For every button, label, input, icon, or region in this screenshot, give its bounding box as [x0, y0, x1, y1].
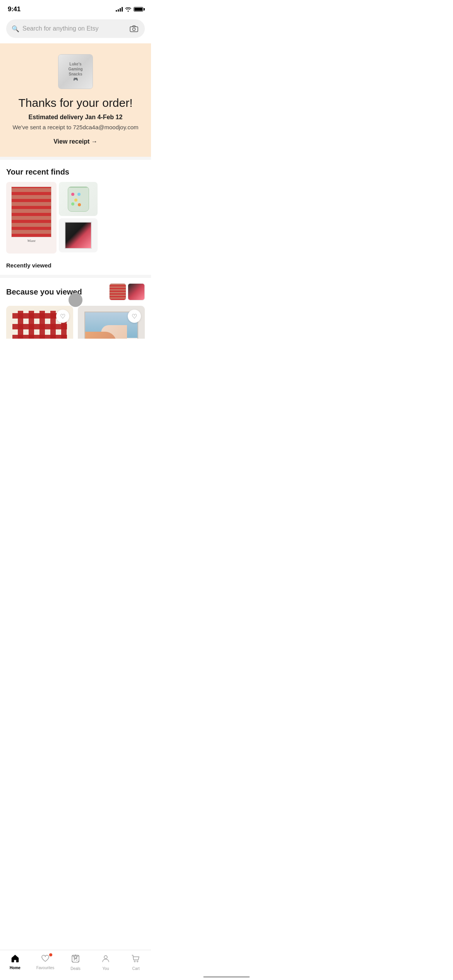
search-placeholder: Search for anything on Etsy	[22, 25, 125, 32]
candy-dot	[71, 193, 74, 196]
battery-icon	[134, 7, 143, 12]
recent-finds-section: Your recent finds Wiant	[0, 160, 151, 257]
recent-item-frame-art[interactable]	[59, 218, 98, 252]
favourite-button-1[interactable]: ♡	[56, 310, 69, 323]
product-card-1-image: Wiant ♡ Digital Download ?	[6, 306, 73, 339]
status-icons	[116, 7, 143, 12]
section-divider-2	[0, 275, 151, 278]
status-time: 9:41	[8, 5, 21, 13]
product-card-2[interactable]: ♡ ?	[78, 306, 145, 339]
order-receipt-text: We've sent a receipt to 725dca4a@moodjoy…	[12, 124, 138, 130]
svg-rect-0	[130, 27, 138, 32]
product-card-2-image: ♡ ?	[78, 306, 145, 339]
candy-dot	[74, 199, 77, 202]
red-stripe-pattern	[12, 187, 51, 237]
because-title: Because you viewed	[6, 288, 82, 296]
recent-finds-title: Your recent finds	[6, 168, 145, 176]
recently-viewed-label: Recently viewed	[0, 262, 151, 275]
search-bar-container: 🔍 Search for anything on Etsy	[0, 15, 151, 43]
poster-brand-label: Wiant	[27, 239, 35, 243]
recent-finds-grid: Wiant	[6, 182, 145, 254]
order-title: Thanks for your order!	[18, 96, 132, 110]
small-abstract-thumb	[128, 284, 144, 300]
abstract-art-fill	[65, 223, 91, 248]
small-stripe-thumb	[110, 284, 126, 300]
candy-dot	[78, 203, 81, 206]
because-thumb-1[interactable]	[109, 283, 126, 300]
candy-dot	[71, 202, 74, 206]
because-thumb-2[interactable]	[128, 283, 145, 300]
jar-top	[68, 187, 89, 188]
product-card-1[interactable]: Wiant ♡ Digital Download ?	[6, 306, 73, 339]
wifi-icon	[125, 7, 131, 12]
order-delivery: Estimated delivery Jan 4-Feb 12	[29, 114, 123, 121]
section-divider	[0, 157, 151, 160]
order-banner: Luke'sGamingSnacks🎮 Thanks for your orde…	[0, 43, 151, 157]
stripe-poster	[11, 187, 51, 238]
recent-item-large[interactable]: Wiant	[6, 182, 57, 254]
favourite-button-2[interactable]: ♡	[128, 310, 141, 323]
jar-shape	[68, 187, 89, 212]
order-product-image: Luke'sGamingSnacks🎮	[58, 54, 93, 89]
product-image-placeholder: Luke'sGamingSnacks🎮	[58, 55, 93, 89]
svg-point-1	[133, 28, 136, 31]
because-header: Because you viewed	[6, 283, 145, 300]
recent-item-stack	[59, 182, 98, 254]
frame-inner	[65, 222, 92, 249]
large-art-thumbnail: Wiant	[6, 182, 57, 254]
search-bar[interactable]: 🔍 Search for anything on Etsy	[6, 19, 145, 38]
candy-jar-thumbnail	[59, 182, 98, 216]
candy-dot	[77, 193, 81, 196]
frame-art-thumbnail	[59, 218, 98, 252]
because-thumbnails	[109, 283, 145, 300]
recent-item-candy-jar[interactable]	[59, 182, 98, 216]
status-bar: 9:41	[0, 0, 151, 15]
search-icon: 🔍	[12, 25, 19, 33]
signal-icon	[116, 7, 123, 12]
view-receipt-button[interactable]: View receipt →	[53, 138, 98, 145]
camera-icon[interactable]	[129, 23, 139, 34]
because-you-viewed-section: Because you viewed Wiant ♡ Digital D	[0, 278, 151, 304]
